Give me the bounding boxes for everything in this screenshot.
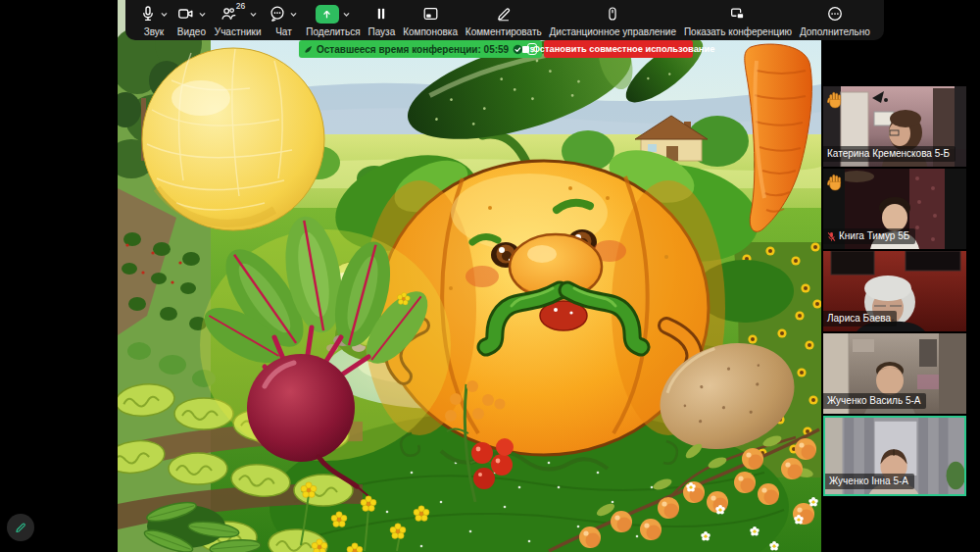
meeting-toolbar: Звук Видео 26 xyxy=(125,0,884,40)
participants-count-badge: 26 xyxy=(236,1,245,11)
toolbar-label: Компоновка xyxy=(403,26,458,37)
remote-control-mouse-icon xyxy=(605,5,620,23)
video-camera-icon xyxy=(176,5,195,23)
toolbar-label: Поделиться xyxy=(306,26,360,37)
toolbar-label: Комментировать xyxy=(466,26,542,37)
annotate-pencil-icon xyxy=(495,5,513,23)
garden-illustration xyxy=(118,0,821,552)
layout-icon xyxy=(421,5,440,23)
toolbar-label: Видео xyxy=(177,26,206,37)
toolbar-label: Пауза xyxy=(368,26,395,37)
participant-name-tag: Жученко Василь 5-А xyxy=(823,393,926,409)
chat-bubble-icon xyxy=(269,5,286,23)
toolbar-button-annotate[interactable]: Комментировать xyxy=(464,3,544,38)
share-screen-icon xyxy=(316,5,339,24)
toolbar-button-share[interactable]: Поделиться xyxy=(304,3,362,38)
stop-share-button[interactable]: Остановить совместное использование xyxy=(544,40,693,58)
participant-tile[interactable]: Жученко Василь 5-А xyxy=(823,333,966,414)
chevron-down-icon[interactable] xyxy=(160,10,169,19)
chevron-down-icon[interactable] xyxy=(198,10,207,19)
stop-icon xyxy=(522,46,529,53)
toolbar-button-pause[interactable]: Пауза xyxy=(366,3,397,38)
share-status-bar: Оставшееся время конференции: 05:59 $ Ос… xyxy=(299,40,693,58)
toolbar-button-chat[interactable]: Чат xyxy=(267,3,300,38)
participant-name-tag: Катерина Кременскова 5-Б xyxy=(823,146,956,162)
microphone-icon xyxy=(139,5,157,23)
toolbar-button-layout[interactable]: Компоновка xyxy=(401,3,460,38)
participant-tile[interactable]: Лариса Баева xyxy=(823,251,966,331)
toolbar-label: Дополнительно xyxy=(800,26,870,37)
zoom-screen-share-window: Звук Видео 26 xyxy=(0,0,980,552)
toolbar-button-more[interactable]: Дополнительно xyxy=(798,3,872,38)
meeting-timer-bar: Оставшееся время конференции: 05:59 $ xyxy=(299,40,542,58)
participant-name-tag: Книга Тимур 5Б xyxy=(823,228,915,244)
raised-hand-icon xyxy=(827,90,844,109)
participant-tile[interactable]: Катерина Кременскова 5-Б xyxy=(823,86,966,167)
pause-icon xyxy=(373,5,389,23)
screen-share-indicator-icon xyxy=(304,44,313,55)
toolbar-label: Дистанционное управление xyxy=(550,26,676,37)
participant-name-tag: Лариса Баева xyxy=(823,311,897,326)
toolbar-button-audio[interactable]: Звук xyxy=(137,3,171,38)
stop-share-label: Остановить совместное использование xyxy=(533,44,715,54)
more-ellipsis-icon xyxy=(826,5,844,23)
toolbar-label: Участники xyxy=(215,26,262,37)
shared-screen-content xyxy=(118,0,821,552)
raised-hand-icon xyxy=(827,173,844,191)
show-conference-windows-icon xyxy=(728,5,747,23)
participant-tile-active-speaker[interactable]: Жученко Інна 5-А xyxy=(823,416,966,496)
toolbar-label: Показать конференцию xyxy=(684,26,792,37)
toolbar-button-participants[interactable]: 26 Участники xyxy=(213,3,264,38)
annotation-toolbar-button[interactable] xyxy=(7,514,34,541)
toolbar-label: Звук xyxy=(144,26,165,37)
participants-icon xyxy=(219,5,238,23)
participant-tile[interactable]: Книга Тимур 5Б xyxy=(823,169,966,249)
toolbar-button-remote-control[interactable]: Дистанционное управление xyxy=(548,3,678,38)
muted-mic-icon xyxy=(827,231,836,242)
chevron-down-icon[interactable] xyxy=(342,10,351,19)
toolbar-button-video[interactable]: Видео xyxy=(174,3,209,38)
toolbar-label: Чат xyxy=(275,26,292,37)
chevron-down-icon[interactable] xyxy=(289,10,298,19)
participant-name-tag: Жученко Інна 5-А xyxy=(825,474,914,489)
remaining-time-text: Оставшееся время конференции: 05:59 xyxy=(317,44,509,55)
toolbar-button-show-conference[interactable]: Показать конференцию xyxy=(682,3,794,38)
participants-strip: Катерина Кременскова 5-Б xyxy=(823,86,966,498)
chevron-down-icon[interactable] xyxy=(249,10,258,19)
melon xyxy=(142,48,324,230)
pencil-icon xyxy=(14,521,27,534)
